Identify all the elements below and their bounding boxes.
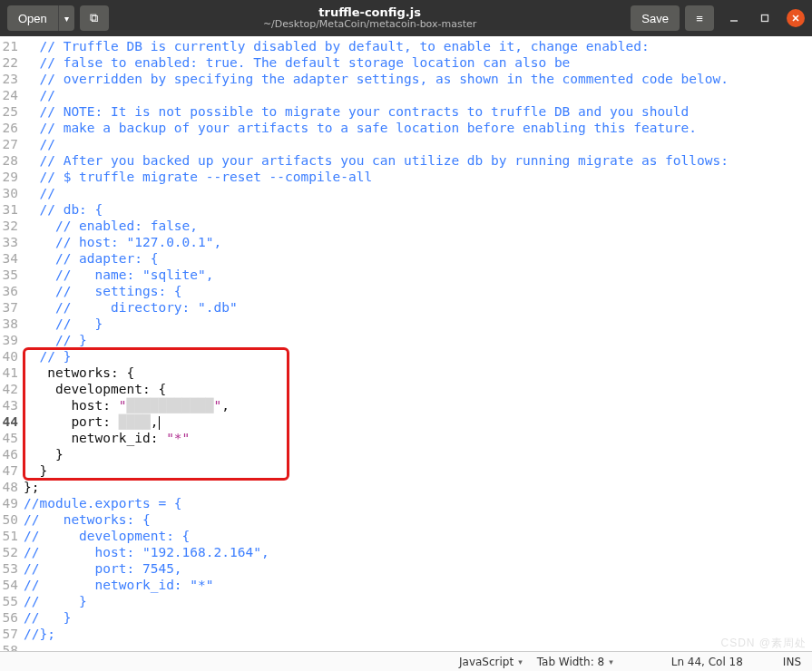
line-number: 50: [0, 511, 22, 528]
hamburger-menu-button[interactable]: ≡: [685, 5, 714, 31]
line-number: 30: [0, 185, 22, 201]
editor-area[interactable]: 2122232425262728293031323334353637383940…: [0, 36, 812, 651]
language-selector[interactable]: JavaScript: [455, 656, 526, 668]
code-line[interactable]: //};: [24, 626, 812, 642]
code-line[interactable]: // make a backup of your artifacts to a …: [24, 120, 812, 136]
code-line[interactable]: //: [24, 87, 812, 103]
save-button[interactable]: Save: [631, 5, 680, 31]
line-number: 24: [0, 87, 22, 103]
code-line[interactable]: // networks: {: [24, 511, 812, 528]
code-line[interactable]: // name: "sqlite",: [24, 267, 812, 283]
code-content[interactable]: // Truffle DB is currently disabled by d…: [24, 38, 812, 651]
open-button[interactable]: Open: [7, 5, 58, 31]
code-line[interactable]: [24, 642, 812, 651]
code-line[interactable]: host: "███████████",: [24, 397, 812, 413]
line-number: 28: [0, 152, 22, 169]
code-line[interactable]: // directory: ".db": [24, 299, 812, 316]
new-tab-button[interactable]: ⧉: [80, 5, 109, 31]
line-number: 36: [0, 283, 22, 299]
insert-mode[interactable]: INS: [779, 656, 805, 668]
text-cursor: [159, 416, 160, 430]
line-number: 35: [0, 267, 22, 283]
code-line[interactable]: // db: {: [24, 201, 812, 218]
code-line[interactable]: // After you backed up your artifacts yo…: [24, 152, 812, 169]
line-number: 51: [0, 528, 22, 544]
line-number: 29: [0, 169, 22, 185]
line-number: 45: [0, 430, 22, 446]
line-number: 44: [0, 413, 22, 430]
code-line[interactable]: // }: [24, 332, 812, 348]
code-line[interactable]: // network_id: "*": [24, 577, 812, 593]
code-line[interactable]: // enabled: false,: [24, 218, 812, 234]
window-title: truffle-config.js: [114, 6, 626, 19]
statusbar: JavaScript Tab Width: 8 Ln 44, Col 18 IN…: [0, 651, 812, 671]
line-number: 39: [0, 332, 22, 348]
line-number: 48: [0, 479, 22, 495]
code-line[interactable]: // host: "127.0.0.1",: [24, 234, 812, 250]
line-number: 31: [0, 201, 22, 218]
code-line[interactable]: //module.exports = {: [24, 495, 812, 511]
code-line[interactable]: development: {: [24, 381, 812, 397]
code-line[interactable]: // port: 7545,: [24, 560, 812, 577]
line-number: 57: [0, 626, 22, 642]
code-line[interactable]: // }: [24, 348, 812, 365]
line-number: 55: [0, 593, 22, 609]
line-number: 49: [0, 495, 22, 511]
cursor-position: Ln 44, Col 18: [668, 656, 747, 668]
code-line[interactable]: networks: {: [24, 365, 812, 381]
line-number: 32: [0, 218, 22, 234]
line-number: 58: [0, 642, 22, 651]
line-number: 23: [0, 71, 22, 87]
code-line[interactable]: // Truffle DB is currently disabled by d…: [24, 38, 812, 54]
close-icon[interactable]: [787, 9, 805, 27]
code-line[interactable]: port: ████,: [24, 413, 812, 430]
code-line[interactable]: // NOTE: It is not possible to migrate y…: [24, 103, 812, 120]
line-number: 56: [0, 609, 22, 626]
code-line[interactable]: network_id: "*": [24, 430, 812, 446]
code-line[interactable]: // overridden by specifying the adapter …: [24, 71, 812, 87]
line-number: 21: [0, 38, 22, 54]
svg-rect-1: [762, 15, 768, 22]
line-number: 41: [0, 365, 22, 381]
window-controls: [725, 9, 805, 27]
line-number: 54: [0, 577, 22, 593]
line-number: 22: [0, 54, 22, 71]
minimize-icon[interactable]: [725, 9, 743, 27]
line-number: 26: [0, 120, 22, 136]
code-line[interactable]: // adapter: {: [24, 250, 812, 267]
code-line[interactable]: // settings: {: [24, 283, 812, 299]
line-number: 53: [0, 560, 22, 577]
code-line[interactable]: //: [24, 136, 812, 152]
line-number: 33: [0, 234, 22, 250]
code-line[interactable]: }: [24, 462, 812, 479]
line-number: 27: [0, 136, 22, 152]
code-line[interactable]: // development: {: [24, 528, 812, 544]
code-line[interactable]: }: [24, 446, 812, 462]
line-number: 25: [0, 103, 22, 120]
line-number: 37: [0, 299, 22, 316]
code-line[interactable]: //: [24, 185, 812, 201]
tab-width-selector[interactable]: Tab Width: 8: [533, 656, 617, 668]
code-line[interactable]: // }: [24, 316, 812, 332]
code-line[interactable]: // }: [24, 593, 812, 609]
maximize-icon[interactable]: [756, 9, 774, 27]
code-line[interactable]: // false to enabled: true. The default s…: [24, 54, 812, 71]
line-number: 42: [0, 381, 22, 397]
window-subtitle: ~/Desktop/MetaCoin/metacoin-box-master: [114, 19, 626, 30]
line-number: 34: [0, 250, 22, 267]
line-number: 40: [0, 348, 22, 365]
watermark: CSDN @素周处: [720, 636, 807, 651]
line-number-gutter: 2122232425262728293031323334353637383940…: [0, 36, 22, 651]
window-title-wrap: truffle-config.js ~/Desktop/MetaCoin/met…: [114, 6, 626, 30]
code-line[interactable]: // host: "192.168.2.164",: [24, 544, 812, 560]
titlebar: Open ▾ ⧉ truffle-config.js ~/Desktop/Met…: [0, 0, 812, 36]
open-dropdown[interactable]: ▾: [58, 5, 74, 31]
code-line[interactable]: };: [24, 479, 812, 495]
code-line[interactable]: // }: [24, 609, 812, 626]
line-number: 43: [0, 397, 22, 413]
code-line[interactable]: // $ truffle migrate --reset --compile-a…: [24, 169, 812, 185]
open-button-group: Open ▾: [7, 5, 74, 31]
line-number: 52: [0, 544, 22, 560]
line-number: 38: [0, 316, 22, 332]
line-number: 47: [0, 462, 22, 479]
